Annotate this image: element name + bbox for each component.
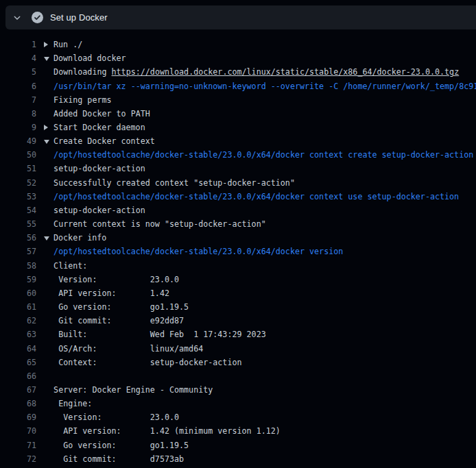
log-text: Version: 23.0.0 — [44, 412, 179, 422]
log-text: Built: Wed Feb 1 17:43:29 2023 — [44, 330, 266, 339]
log-line: 56Docker info — [0, 231, 476, 245]
log-text: Added Docker to PATH — [44, 109, 150, 119]
log-line: 70 API version: 1.42 (minimum version 1.… — [0, 424, 476, 438]
log-text-content: Go version: go1.19.5 — [44, 302, 189, 312]
line-number[interactable]: 58 — [0, 261, 36, 271]
line-number[interactable]: 4 — [0, 53, 36, 63]
line-number[interactable]: 1 — [0, 40, 36, 49]
log-text: Server: Docker Engine - Community — [44, 385, 213, 395]
line-number[interactable]: 62 — [0, 316, 36, 325]
group-label: Download docker — [53, 53, 126, 63]
log-line: 53/opt/hostedtoolcache/docker-stable/23.… — [0, 190, 476, 204]
log-text-content: API version: 1.42 — [44, 288, 169, 298]
log-text-content: Client: — [44, 261, 87, 271]
log-group-toggle[interactable]: Start Docker daemon — [44, 123, 145, 132]
triangle-down-icon[interactable] — [44, 140, 49, 144]
step-title: Set up Docker — [50, 12, 108, 23]
line-number[interactable]: 56 — [0, 233, 36, 243]
log-text: API version: 1.42 (minimum version 1.12) — [44, 426, 281, 436]
chevron-down-icon[interactable] — [13, 14, 21, 22]
log-text-content: Current context is now "setup-docker-act… — [44, 219, 266, 229]
group-label: Create Docker context — [53, 136, 155, 146]
line-number[interactable]: 8 — [0, 109, 36, 119]
log-line: 1Run ./ — [0, 38, 476, 51]
log-command-text: /opt/hostedtoolcache/docker-stable/23.0.… — [44, 150, 473, 160]
log-text-content: Fixing perms — [44, 95, 112, 105]
log-text: OS/Arch: linux/amd64 — [44, 344, 203, 354]
log-text-content: Server: Docker Engine - Community — [44, 385, 213, 395]
line-number[interactable]: 59 — [0, 275, 36, 284]
log-line: 64 OS/Arch: linux/amd64 — [0, 341, 476, 355]
log-line: 71 Go version: go1.19.5 — [0, 439, 476, 452]
log-line: 54setup-docker-action — [0, 204, 476, 217]
check-circle-icon — [32, 12, 43, 23]
log-line: 4Download docker — [0, 51, 476, 65]
line-number[interactable]: 64 — [0, 344, 36, 354]
line-number[interactable]: 57 — [0, 247, 36, 256]
line-number[interactable]: 70 — [0, 426, 36, 436]
triangle-right-icon[interactable] — [44, 42, 48, 47]
log-line: 65 Context: setup-docker-action — [0, 356, 476, 369]
log-line: 67Server: Docker Engine - Community — [0, 383, 476, 397]
log-text: Successfully created context "setup-dock… — [44, 178, 295, 188]
line-number[interactable]: 60 — [0, 288, 36, 298]
log-line: 49Create Docker context — [0, 134, 476, 148]
log-text-prefix: Downloading — [44, 67, 112, 77]
log-command-text: /opt/hostedtoolcache/docker-stable/23.0.… — [44, 247, 343, 256]
log-group-toggle[interactable]: Docker info — [44, 233, 106, 243]
log-line: 8Added Docker to PATH — [0, 107, 476, 121]
line-number[interactable]: 5 — [0, 67, 36, 77]
line-number[interactable]: 63 — [0, 330, 36, 339]
log-line: 50/opt/hostedtoolcache/docker-stable/23.… — [0, 148, 476, 162]
log-group-toggle[interactable]: Download docker — [44, 53, 126, 63]
line-number[interactable]: 71 — [0, 441, 36, 450]
triangle-right-icon[interactable] — [44, 125, 48, 130]
line-number[interactable]: 6 — [0, 82, 36, 91]
line-number[interactable]: 72 — [0, 454, 36, 464]
log-text-content: /usr/bin/tar xz --warning=no-unknown-key… — [44, 82, 476, 91]
log-command-text: /opt/hostedtoolcache/docker-stable/23.0.… — [44, 192, 459, 201]
triangle-down-icon[interactable] — [44, 57, 49, 61]
log-line: 5Downloading https://download.docker.com… — [0, 65, 476, 79]
log-text: API version: 1.42 — [44, 288, 169, 298]
log-group-toggle[interactable]: Run ./ — [44, 40, 82, 49]
log-text-content: Version: 23.0.0 — [44, 275, 179, 284]
log-text-content: Git commit: d7573ab — [44, 454, 184, 464]
log-text: Go version: go1.19.5 — [44, 302, 189, 312]
log-text-content: Engine: — [44, 399, 92, 408]
line-number[interactable]: 49 — [0, 136, 36, 146]
line-number[interactable]: 69 — [0, 412, 36, 422]
line-number[interactable]: 54 — [0, 206, 36, 215]
line-number[interactable]: 9 — [0, 123, 36, 132]
line-number[interactable]: 66 — [0, 371, 36, 381]
line-number[interactable]: 52 — [0, 178, 36, 188]
line-number[interactable]: 55 — [0, 219, 36, 229]
line-number[interactable]: 50 — [0, 150, 36, 160]
log-line: 69 Version: 23.0.0 — [0, 410, 476, 424]
line-number[interactable]: 68 — [0, 399, 36, 408]
log-text-content: API version: 1.42 (minimum version 1.12) — [44, 426, 281, 436]
log-text: Client: — [44, 261, 87, 271]
log-command-text: /usr/bin/tar xz --warning=no-unknown-key… — [44, 82, 476, 91]
log-group-toggle[interactable]: Create Docker context — [44, 136, 155, 146]
line-number[interactable]: 7 — [0, 95, 36, 105]
log-text-content: Added Docker to PATH — [44, 109, 150, 119]
line-number[interactable]: 51 — [0, 164, 36, 173]
log-text-content: Context: setup-docker-action — [44, 358, 242, 367]
log-line: 6/usr/bin/tar xz --warning=no-unknown-ke… — [0, 79, 476, 93]
log-line: 60 API version: 1.42 — [0, 286, 476, 300]
line-number[interactable]: 61 — [0, 302, 36, 312]
log-text-content: setup-docker-action — [44, 206, 145, 215]
download-url-link[interactable]: https://download.docker.com/linux/static… — [112, 67, 460, 77]
log-line: 66 — [0, 369, 476, 383]
log-text-content: Built: Wed Feb 1 17:43:29 2023 — [44, 330, 266, 339]
line-number[interactable]: 65 — [0, 358, 36, 367]
log-text-content: Git commit: e92dd87 — [44, 316, 184, 325]
line-number[interactable]: 53 — [0, 192, 36, 201]
log-text: Downloading https://download.docker.com/… — [44, 67, 459, 77]
group-label: Start Docker daemon — [53, 123, 145, 132]
line-number[interactable]: 67 — [0, 385, 36, 395]
triangle-down-icon[interactable] — [44, 236, 49, 241]
step-header[interactable]: Set up Docker — [5, 5, 476, 29]
log-text: Git commit: e92dd87 — [44, 316, 184, 325]
